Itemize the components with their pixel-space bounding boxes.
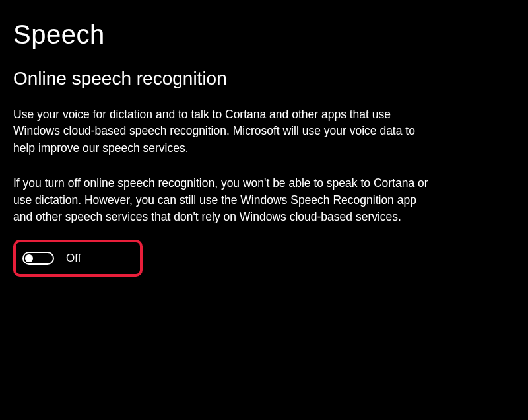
toggle-highlight-box: Off [13, 240, 143, 277]
section-title: Online speech recognition [13, 68, 515, 89]
toggle-thumb-icon [25, 254, 33, 262]
description-paragraph-2: If you turn off online speech recognitio… [13, 175, 436, 225]
description-paragraph-1: Use your voice for dictation and to talk… [13, 106, 436, 157]
page-title: Speech [13, 20, 515, 50]
speech-recognition-toggle[interactable] [22, 252, 54, 265]
toggle-state-label: Off [66, 252, 81, 265]
